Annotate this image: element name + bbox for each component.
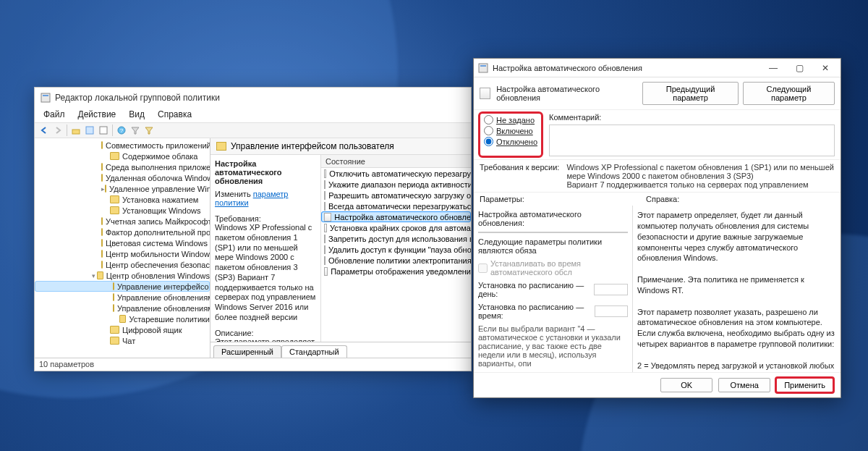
menu-view[interactable]: Вид [123, 108, 150, 122]
setting-row[interactable]: Установка крайних сроков для автома [321, 222, 471, 233]
setting-row[interactable]: Обновление политики электропитания [321, 255, 471, 266]
folder-icon [110, 337, 119, 345]
tree-item[interactable]: Цветовая система Windows Color Sy [35, 237, 210, 248]
tree-item[interactable]: Центр мобильности Windows [35, 248, 210, 259]
folder-icon [101, 141, 103, 149]
tree-item-label: Центр обеспечения безопасности [106, 261, 210, 269]
selected-setting-name: Настройка автоматического обновления [215, 159, 282, 185]
setting-row[interactable]: Настройка автоматического обновле [321, 211, 471, 222]
maximize-icon[interactable]: ▢ [788, 60, 810, 76]
setting-label: Разрешить автоматическую загрузку о [328, 191, 471, 200]
tree-item[interactable]: Удаленная оболочка Windows [35, 172, 210, 183]
setting-label: Настройка автоматического обновле [334, 213, 471, 222]
radio-not-configured[interactable]: Не задано [484, 115, 537, 125]
close-icon[interactable]: ✕ [814, 60, 836, 76]
gpedit-statusbar: 10 параметров [35, 358, 471, 371]
tree-item[interactable]: Цифровой ящик [35, 324, 210, 335]
column-header-state[interactable]: Состояние [321, 155, 471, 168]
setting-row[interactable]: Параметры отображения уведомлени [321, 266, 471, 277]
settings-list-pane: Состояние Отключить автоматическую перез… [320, 155, 471, 342]
tree-item[interactable]: Управление интерфейсом польз [35, 281, 210, 292]
dialog-titlebar[interactable]: Настройка автоматического обновления — ▢… [474, 59, 841, 77]
help-pane[interactable]: Этот параметр определяет, будет ли данны… [633, 206, 841, 372]
tree-item[interactable]: Центр обеспечения безопасности [35, 259, 210, 270]
prev-setting-button[interactable]: Предыдущий параметр [642, 82, 738, 105]
setting-row[interactable]: Разрешить автоматическую загрузку о [321, 190, 471, 201]
tab-standard[interactable]: Стандартный [281, 345, 347, 358]
tree-item[interactable]: Установка нажатием [35, 194, 210, 205]
gpedit-tree[interactable]: Совместимость приложенийСодержимое облак… [35, 138, 210, 358]
folder-icon [101, 228, 103, 236]
state-radio-group: Не задано Включено Отключено [480, 113, 542, 156]
gpedit-titlebar[interactable]: Редактор локальной групповой политики [35, 88, 471, 108]
setting-icon [324, 256, 326, 265]
svg-rect-1 [43, 95, 48, 96]
schedule-day-select[interactable] [594, 284, 628, 295]
minimize-icon[interactable]: — [762, 60, 784, 76]
setting-icon [324, 169, 326, 178]
tree-item[interactable]: Установщик Windows [35, 205, 210, 216]
tree-item[interactable]: Среда выполнения приложения [35, 161, 210, 172]
tree-item[interactable]: Управление обновлениями, пре [35, 303, 210, 313]
gpedit-icon [41, 93, 51, 103]
folder-icon [216, 142, 226, 151]
tree-item-label: Устаревшие политики [129, 315, 210, 324]
gpedit-toolbar: ? [35, 122, 471, 138]
radio-enabled[interactable]: Включено [484, 126, 537, 135]
folder-icon [101, 250, 103, 258]
tree-item[interactable]: Совместимость приложений [35, 140, 210, 151]
tree-item-label: Чат [122, 337, 135, 345]
setting-row[interactable]: Укажите диапазон периода активности [321, 179, 471, 190]
setting-icon [324, 267, 328, 276]
folder-icon [101, 239, 103, 247]
tree-item[interactable]: Устаревшие политики [35, 313, 210, 324]
tree-item[interactable]: Фактор дополнительной проверки п [35, 227, 210, 237]
tree-item[interactable]: ▾Центр обновления Windows [35, 270, 210, 281]
setting-icon [324, 245, 326, 254]
filter-options-icon[interactable] [142, 124, 156, 137]
forward-icon[interactable] [51, 124, 64, 137]
tab-extended[interactable]: Расширенный [213, 345, 281, 358]
tree-item[interactable]: Учетная запись Майкрософт [35, 216, 210, 227]
tree-item-label: Учетная запись Майкрософт [106, 217, 210, 226]
up-icon[interactable] [69, 124, 82, 137]
tree-item[interactable]: Управление обновлениями, пре [35, 292, 210, 303]
folder-icon [110, 152, 119, 160]
comment-textarea[interactable] [549, 125, 835, 156]
menu-file[interactable]: Файл [38, 108, 71, 122]
tree-item[interactable]: ▸Удаленное управление Windows [35, 183, 210, 194]
setting-icon [324, 180, 326, 189]
svg-rect-2 [72, 130, 80, 134]
parameters-pane: Настройка автоматического обновления: Сл… [474, 206, 633, 372]
show-hide-icon[interactable] [83, 124, 96, 137]
schedule-time-select[interactable] [595, 305, 628, 317]
right-pane-header: Управление интерфейсом пользователя [210, 138, 471, 155]
back-icon[interactable] [38, 124, 51, 137]
next-setting-button[interactable]: Следующий параметр [743, 82, 835, 105]
help-icon[interactable]: ? [115, 124, 128, 137]
cancel-button[interactable]: Отмена [718, 378, 770, 392]
menu-action[interactable]: Действие [72, 108, 122, 122]
folder-icon [101, 217, 103, 225]
setting-row[interactable]: Удалить доступ к функции "пауза обно [321, 244, 471, 255]
gpedit-window: Редактор локальной групповой политики Фа… [34, 87, 472, 371]
menu-help[interactable]: Справка [152, 108, 197, 122]
setting-row[interactable]: Отключить автоматическую перезагру [321, 168, 471, 179]
folder-icon [113, 304, 114, 312]
apply-button[interactable]: Применить [776, 378, 833, 392]
folder-icon [105, 185, 106, 193]
tree-item[interactable]: Чат [35, 335, 210, 346]
setting-row[interactable]: Всегда автоматически перезагружатьс [321, 201, 471, 211]
ok-button[interactable]: OK [660, 378, 712, 392]
radio-disabled[interactable]: Отключено [484, 137, 537, 146]
export-icon[interactable] [97, 124, 110, 137]
setting-row[interactable]: Запретить доступ для использования в [321, 233, 471, 244]
setting-label: Параметры отображения уведомлени [331, 267, 471, 276]
tree-item[interactable]: Содержимое облака [35, 151, 210, 161]
setting-icon [324, 235, 326, 243]
update-config-select[interactable] [478, 232, 628, 233]
setting-label: Всегда автоматически перезагружатьс [328, 202, 471, 211]
tree-twisty-icon[interactable]: ▾ [91, 272, 97, 279]
chk-auto-maintenance[interactable]: Устанавливать во время автоматического о… [478, 259, 628, 277]
filter-icon[interactable] [129, 124, 142, 137]
